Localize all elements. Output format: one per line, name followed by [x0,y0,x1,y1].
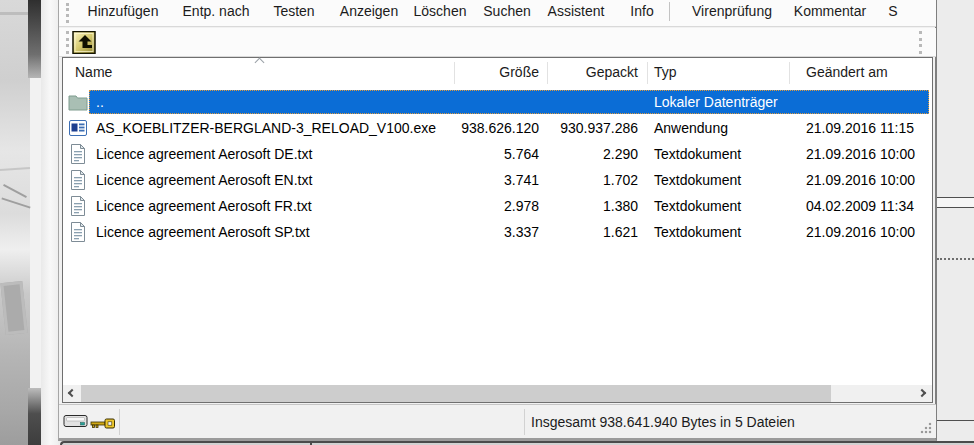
comment-button[interactable]: Kommentar [794,3,866,19]
sfx-button[interactable]: S [888,3,897,19]
toolbar: Hinzufügen Entp. nach Testen Anzeigen Lö… [59,0,936,27]
file-packed-size: 2.290 [603,146,638,162]
file-type: Textdokument [654,172,741,188]
delete-button[interactable]: Löschen [414,3,467,19]
file-name: Licence agreement Aerosoft SP.txt [96,224,310,240]
chevron-left-icon [68,389,76,397]
file-type: Anwendung [654,120,728,136]
file-packed-size: 1.621 [603,224,638,240]
file-row[interactable]: Licence agreement Aerosoft DE.txt 5.764 … [63,141,932,167]
background-window-right [937,0,974,445]
scrollbar-thumb[interactable] [81,385,831,402]
file-modified: 21.09.2016 10:00 [806,172,915,188]
file-row[interactable]: Licence agreement Aerosoft EN.txt 3.741 … [63,167,932,193]
column-header-modified[interactable]: Geändert am [806,64,888,80]
virus-scan-button[interactable]: Virenprüfung [692,3,772,19]
file-modified: 21.09.2016 10:00 [806,146,915,162]
status-bar: Insgesamt 938.641.940 Bytes in 5 Dateien [59,404,936,438]
resize-grip[interactable] [920,422,932,434]
text-file-icon [67,221,89,243]
file-row[interactable]: AS_KOEBLITZER-BERGLAND-3_RELOAD_V100.exe… [63,115,932,141]
file-type: Textdokument [654,198,741,214]
file-type: Textdokument [654,224,741,240]
file-packed-size: 930.937.286 [560,120,638,136]
extract-to-button[interactable]: Entp. nach [183,3,250,19]
column-header-packed[interactable]: Gepackt [586,64,638,80]
up-one-level-button[interactable] [72,31,96,54]
text-file-icon [67,169,89,191]
file-size: 3.337 [504,224,539,240]
file-size: 5.764 [504,146,539,162]
add-button[interactable]: Hinzufügen [88,3,159,19]
horizontal-scrollbar[interactable] [63,385,932,402]
text-file-icon [67,143,89,165]
addressbar-right-gripper[interactable] [919,31,922,54]
scroll-left-button[interactable] [63,385,80,402]
file-size: 2.978 [504,198,539,214]
file-modified: 21.09.2016 10:00 [806,224,915,240]
parent-folder-row[interactable]: .. Lokaler Datenträger [63,89,932,115]
file-size: 3.741 [504,172,539,188]
desktop-background-left [0,0,58,445]
toolbar-separator [669,2,670,21]
text-file-icon [67,195,89,217]
addressbar-gripper[interactable] [66,31,69,54]
file-type: Lokaler Datenträger [654,94,778,110]
folder-up-arrow-icon [72,42,96,57]
sort-ascending-icon [255,58,265,68]
chevron-right-icon [918,389,926,397]
file-row[interactable]: Licence agreement Aerosoft FR.txt 2.978 … [63,193,932,219]
status-total-text: Insgesamt 938.641.940 Bytes in 5 Dateien [531,414,795,430]
info-button[interactable]: Info [630,3,653,19]
selection-highlight [89,90,929,114]
column-header-type[interactable]: Typ [654,64,677,80]
find-button[interactable]: Suchen [483,3,530,19]
file-name: .. [96,94,104,110]
file-name: Licence agreement Aerosoft EN.txt [96,172,312,188]
wizard-button[interactable]: Assistent [548,3,605,19]
drive-icon[interactable] [63,414,89,433]
file-packed-size: 1.380 [603,198,638,214]
winrar-window: Hinzufügen Entp. nach Testen Anzeigen Lö… [58,0,937,441]
screen: Hinzufügen Entp. nach Testen Anzeigen Lö… [0,0,974,445]
file-size: 938.626.120 [461,120,539,136]
file-type: Textdokument [654,146,741,162]
file-modified: 04.02.2009 11:34 [806,198,914,214]
view-button[interactable]: Anzeigen [340,3,398,19]
application-icon [67,117,89,139]
file-name: Licence agreement Aerosoft FR.txt [96,198,312,214]
folder-up-icon [67,91,89,113]
background-window-bottom [60,441,974,445]
file-name: Licence agreement Aerosoft DE.txt [96,146,312,162]
file-modified: 21.09.2016 11:15 [806,120,914,136]
scroll-right-button[interactable] [915,385,932,402]
column-header-size[interactable]: Größe [499,64,539,80]
key-icon[interactable] [90,416,116,434]
file-list: Name Größe Gepackt Typ Geändert am [62,57,933,403]
toolbar-gripper[interactable] [66,3,69,23]
file-row[interactable]: Licence agreement Aerosoft SP.txt 3.337 … [63,219,932,245]
column-header-name[interactable]: Name [75,64,112,80]
file-packed-size: 1.702 [603,172,638,188]
file-name: AS_KOEBLITZER-BERGLAND-3_RELOAD_V100.exe [96,120,436,136]
address-toolbar [59,28,936,57]
test-button[interactable]: Testen [273,3,314,19]
background-photo [0,0,30,445]
